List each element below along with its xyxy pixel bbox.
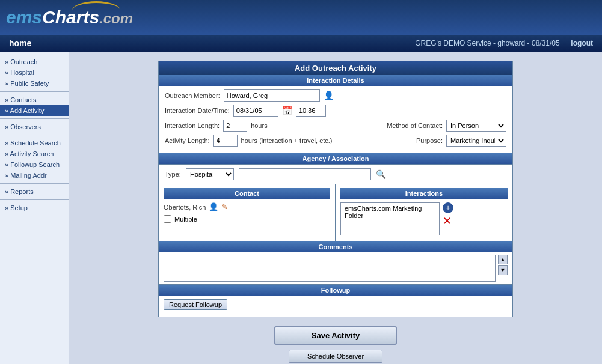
comments-textarea[interactable] (164, 255, 496, 282)
comments-section: Comments ▲ ▼ (159, 241, 512, 284)
save-activity-button[interactable]: Save Activity (274, 326, 397, 345)
scroll-down-button[interactable]: ▼ (498, 265, 508, 275)
scroll-up-button[interactable]: ▲ (498, 255, 508, 264)
section-contact-header: Contact (164, 188, 330, 199)
sidebar-divider-5 (0, 199, 69, 200)
section-comments-header: Comments (159, 241, 512, 252)
section-interactions-header: Interactions (340, 188, 508, 199)
contact-col: Contact Obertots, Rich 👤 ✎ Multiple (159, 184, 336, 241)
interaction-date-input[interactable] (233, 105, 278, 117)
sidebar-item-mailing-addr[interactable]: » Mailing Addr (0, 170, 69, 181)
section-followup-header: Followup (159, 285, 512, 296)
contact-interactions-section: Contact Obertots, Rich 👤 ✎ Multiple (159, 184, 512, 241)
multiple-row: Multiple (164, 215, 330, 223)
followup-body: Request Followup (159, 296, 512, 317)
multiple-checkbox[interactable] (164, 215, 171, 223)
multiple-label: Multiple (174, 216, 197, 223)
content: Add Outreach Activity Interaction Detail… (69, 52, 602, 364)
section-interaction-header: Interaction Details (159, 75, 512, 86)
sidebar-item-contacts[interactable]: » Contacts (0, 94, 69, 105)
navbar: home GREG's DEMO Service - ghoward - 08/… (0, 35, 602, 52)
sidebar-item-add-activity[interactable]: » Add Activity (0, 105, 69, 116)
sidebar-section-main: » Outreach » Hospital » Public Safety (0, 56, 69, 89)
contact-body: Obertots, Rich 👤 ✎ Multiple (164, 199, 330, 223)
logo-arc (72, 1, 120, 19)
logo-ems: ems (6, 7, 42, 27)
sidebar: » Outreach » Hospital » Public Safety » … (0, 52, 69, 364)
agency-search-icon[interactable]: 🔍 (376, 169, 386, 179)
sidebar-section-search: » Schedule Search » Activity Search » Fo… (0, 138, 69, 181)
interaction-time-input[interactable] (296, 105, 326, 117)
sidebar-item-setup[interactable]: » Setup (0, 202, 69, 213)
home-nav[interactable]: home (9, 38, 31, 48)
person-icon[interactable]: 👤 (324, 91, 334, 100)
activity-length-row: Activity Length: hours (interaction + tr… (165, 135, 506, 147)
sidebar-divider-4 (0, 183, 69, 184)
purpose-select[interactable]: Marketing Inquiry Education Follow-up Ot… (446, 135, 506, 147)
sidebar-item-activity-search[interactable]: » Activity Search (0, 148, 69, 159)
interactions-body: emsCharts.com Marketing Folder + ✕ (340, 199, 508, 237)
sidebar-item-reports[interactable]: » Reports (0, 186, 69, 197)
activity-length-suffix: hours (interaction + travel, etc.) (241, 137, 333, 144)
outreach-member-input[interactable] (224, 89, 320, 102)
agency-search-input[interactable] (239, 168, 371, 180)
request-followup-button[interactable]: Request Followup (164, 299, 227, 310)
followup-section: Followup Request Followup (159, 284, 512, 317)
method-select[interactable]: In Person Phone Email (446, 120, 506, 132)
main-layout: » Outreach » Hospital » Public Safety » … (0, 52, 602, 364)
method-label: Method of Contact: (387, 122, 443, 129)
interaction-buttons: + ✕ (443, 202, 453, 226)
activity-length-input[interactable] (213, 135, 238, 147)
sidebar-section-bottom: » Reports (0, 186, 69, 197)
interaction-length-row: Interaction Length: hours Method of Cont… (165, 120, 506, 132)
sidebar-divider-3 (0, 135, 69, 135)
agency-row: Type: Hospital Outreach Public Safety Ot… (159, 164, 512, 184)
bottom-buttons: Save Activity Schedule Observer (81, 317, 590, 364)
comments-scrollbar: ▲ ▼ (498, 255, 508, 282)
sidebar-section-observers: » Observers (0, 121, 69, 132)
sidebar-item-public-safety[interactable]: » Public Safety (0, 78, 69, 89)
sidebar-section-activities: » Contacts » Add Activity (0, 94, 69, 116)
outreach-member-label: Outreach Member: (165, 92, 220, 99)
contact-name-value: Obertots, Rich (164, 204, 206, 211)
interactions-col: Interactions emsCharts.com Marketing Fol… (336, 184, 512, 241)
sidebar-item-hospital[interactable]: » Hospital (0, 67, 69, 78)
sidebar-section-setup: » Setup (0, 202, 69, 213)
header: emsCharts.com (0, 0, 602, 35)
remove-interaction-button[interactable]: ✕ (443, 216, 453, 226)
contact-person-icon[interactable]: 👤 (209, 202, 218, 211)
sidebar-divider-1 (0, 91, 69, 92)
sidebar-item-observers[interactable]: » Observers (0, 121, 69, 132)
service-info: GREG's DEMO Service - ghoward - 08/31/05 (415, 39, 559, 47)
sidebar-item-outreach[interactable]: » Outreach (0, 56, 69, 67)
contact-name-row: Obertots, Rich 👤 ✎ (164, 202, 330, 211)
panel-title: Add Outreach Activity (159, 61, 512, 75)
form-panel: Add Outreach Activity Interaction Detail… (158, 61, 513, 317)
interaction-length-input[interactable] (223, 120, 247, 132)
add-interaction-button[interactable]: + (443, 202, 453, 213)
calendar-icon[interactable]: 📅 (282, 106, 292, 115)
hours-label-1: hours (251, 122, 268, 129)
purpose-label: Purpose: (416, 137, 443, 144)
interaction-value: emsCharts.com Marketing Folder (340, 202, 440, 235)
type-select[interactable]: Hospital Outreach Public Safety Other (186, 168, 234, 180)
activity-length-label: Activity Length: (165, 137, 210, 144)
logo: emsCharts.com (6, 7, 133, 28)
schedule-observer-button[interactable]: Schedule Observer (289, 350, 382, 363)
interaction-item-1: emsCharts.com Marketing Folder + ✕ (340, 202, 508, 235)
outreach-member-row: Outreach Member: 👤 (165, 89, 506, 102)
logout-button[interactable]: logout (571, 39, 593, 47)
type-label: Type: (165, 171, 181, 178)
interaction-details-section: Outreach Member: 👤 Interaction Date/Time… (159, 86, 512, 153)
comments-body: ▲ ▼ (159, 252, 512, 284)
sidebar-item-followup-search[interactable]: » Followup Search (0, 159, 69, 170)
sidebar-item-schedule-search[interactable]: » Schedule Search (0, 138, 69, 148)
nav-right: GREG's DEMO Service - ghoward - 08/31/05… (415, 39, 593, 47)
section-agency-header: Agency / Association (159, 153, 512, 164)
interaction-datetime-row: Interaction Date/Time: 📅 (165, 105, 506, 117)
interaction-datetime-label: Interaction Date/Time: (165, 107, 230, 114)
interaction-length-label: Interaction Length: (165, 122, 220, 129)
contact-edit-icon[interactable]: ✎ (221, 202, 228, 211)
sidebar-divider-2 (0, 118, 69, 119)
